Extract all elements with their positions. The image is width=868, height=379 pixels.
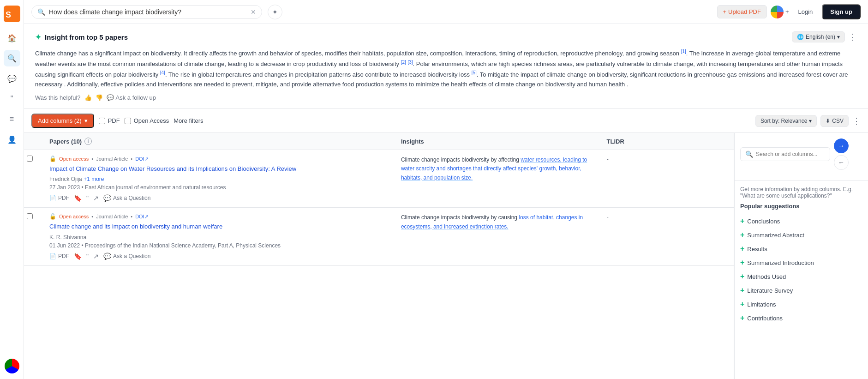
share-icon: ↗ (93, 253, 99, 260)
share-button[interactable]: ↗ (93, 253, 99, 260)
paper-1-title[interactable]: Impact of Climate Change on Water Resour… (49, 165, 390, 173)
chrome-extension-icon: + (771, 6, 789, 18)
open-access-badge: Open access (59, 214, 89, 219)
more-options-icon[interactable]: ⋮ (849, 32, 857, 42)
row-1-checkbox[interactable] (27, 156, 33, 162)
add-icon: + (740, 286, 744, 295)
app-logo[interactable]: S (4, 6, 20, 22)
pdf-checkbox[interactable] (99, 118, 105, 124)
add-columns-button[interactable]: Add columns (2) ▾ (31, 114, 94, 128)
table-more-options-icon[interactable]: ⋮ (852, 116, 861, 126)
pdf-icon: 📄 (49, 195, 56, 201)
paper-2-insights: Climate change impacts biodiversity by c… (395, 208, 601, 265)
paper-1-meta: 🔓 Open access • Journal Article • DOI↗ (49, 156, 390, 162)
upload-icon: + (723, 8, 727, 15)
add-columns-label: Add columns (2) (38, 117, 82, 124)
suggestion-results[interactable]: + Results (740, 242, 862, 256)
bookmark-icon: 🔖 (74, 253, 82, 260)
language-button[interactable]: 🌐 English (en) ▾ (792, 31, 845, 42)
sidebar-item-search[interactable]: 🔍 (4, 50, 20, 66)
share-button[interactable]: ↗ (93, 194, 99, 202)
table-row: 🔓 Open access • Journal Article • DOI↗ C… (24, 208, 734, 265)
cite-button[interactable]: " (86, 253, 89, 260)
insight-header: ✦ Insight from top 5 papers 🌐 English (e… (35, 31, 857, 42)
sidebar-item-users[interactable]: 👤 (4, 131, 20, 148)
ask-question-button[interactable]: 💬 Ask a Question (103, 253, 150, 260)
chat-icon: 💬 (103, 194, 111, 202)
sidebar-item-home[interactable]: 🏠 (4, 30, 20, 46)
pdf-filter[interactable]: PDF (99, 117, 120, 124)
pdf-button[interactable]: 📄 PDF (49, 253, 69, 259)
paper-2-authors: K. R. Shivanna (49, 234, 390, 241)
thumbs-up-button[interactable]: 👍 (84, 94, 92, 101)
upload-pdf-button[interactable]: + Upload PDF (717, 5, 767, 18)
row-2-checkbox[interactable] (27, 213, 33, 219)
sidebar-item-list[interactable]: ≡ (4, 111, 20, 127)
suggestion-contributions[interactable]: + Contributions (740, 311, 862, 325)
suggestion-methods-used[interactable]: + Methods Used (740, 270, 862, 283)
insight-controls: 🌐 English (en) ▾ ⋮ (792, 31, 857, 42)
sort-button[interactable]: Sort by: Relevance ▾ (755, 115, 817, 127)
follow-up-button[interactable]: 💬 Ask a follow up (107, 94, 156, 101)
papers-info-icon[interactable]: i (84, 138, 92, 145)
table-toolbar: Add columns (2) ▾ PDF Open Access More f… (24, 109, 868, 133)
globe-icon: 🌐 (797, 34, 804, 40)
more-filters-button[interactable]: More filters (174, 117, 203, 124)
column-search-box[interactable]: 🔍 (740, 147, 830, 161)
arrow-right-button[interactable]: → (834, 138, 849, 153)
doi-link[interactable]: DOI↗ (135, 214, 149, 220)
sparkle-icon: ✦ (35, 33, 41, 42)
tldr-column-header: TLiDR (601, 133, 734, 150)
suggestion-limitations[interactable]: + Limitations (740, 297, 862, 311)
suggestion-summarized-intro[interactable]: + Summarized Introduction (740, 256, 862, 270)
suggestion-literature-survey[interactable]: + Literature Survey (740, 283, 862, 297)
ai-button[interactable]: ✦ (268, 5, 282, 19)
open-access-filter[interactable]: Open Access (125, 117, 169, 124)
open-access-icon: 🔓 (49, 213, 56, 220)
ask-question-button[interactable]: 💬 Ask a Question (103, 194, 150, 202)
user-avatar[interactable] (5, 359, 19, 373)
thumbs-down-button[interactable]: 👎 (96, 94, 103, 101)
arrow-left-button[interactable]: ← (834, 155, 849, 170)
sidebar-item-chat[interactable]: 💬 (4, 70, 20, 87)
chat-icon: 💬 (103, 253, 111, 260)
download-icon: ⬇ (826, 118, 830, 124)
paper-2-title[interactable]: Climate change and its impact on biodive… (49, 223, 390, 231)
bookmark-icon: 🔖 (74, 194, 82, 202)
cite-button[interactable]: " (86, 194, 89, 202)
right-panel-top: 🔍 → ← (735, 133, 868, 180)
authors-more[interactable]: +1 more (84, 176, 104, 182)
pdf-button[interactable]: 📄 PDF (49, 195, 69, 201)
bookmark-button[interactable]: 🔖 (74, 253, 82, 260)
paper-type-badge: Journal Article (96, 156, 128, 162)
table-row: 🔓 Open access • Journal Article • DOI↗ I… (24, 150, 734, 208)
doi-link[interactable]: DOI↗ (135, 156, 149, 162)
bookmark-button[interactable]: 🔖 (74, 194, 82, 202)
right-panel: 🔍 → ← Get more information by adding col… (734, 133, 868, 379)
chat-icon: 💬 (107, 94, 114, 101)
sidebar-item-quote[interactable]: " (4, 90, 20, 107)
search-icon: 🔍 (37, 8, 45, 16)
clear-icon[interactable]: ✕ (251, 8, 256, 16)
insight-section: ✦ Insight from top 5 papers 🌐 English (e… (24, 24, 868, 109)
paper-2-cell: 🔓 Open access • Journal Article • DOI↗ C… (44, 208, 395, 265)
suggestion-summarized-abstract[interactable]: + Summarized Abstract (740, 228, 862, 242)
chevron-down-icon: ▾ (837, 34, 840, 40)
paper-1-authors: Fredrick Ojija +1 more (49, 176, 390, 182)
checkbox-header (24, 133, 44, 150)
search-input[interactable] (49, 8, 247, 16)
paper-type-badge: Journal Article (96, 214, 128, 219)
download-csv-button[interactable]: ⬇ CSV (820, 115, 849, 127)
suggestions-label: Popular suggestions (740, 203, 862, 210)
login-button[interactable]: Login (793, 6, 819, 18)
quote-icon: " (86, 194, 89, 202)
suggestion-conclusions[interactable]: + Conclusions (740, 214, 862, 228)
search-bar[interactable]: 🔍 ✕ (31, 5, 262, 19)
add-icon: + (740, 272, 744, 281)
sidebar: S 🏠 🔍 💬 " ≡ 👤 (0, 0, 24, 379)
open-access-checkbox[interactable] (125, 118, 131, 124)
column-search-input[interactable] (756, 151, 825, 157)
signup-button[interactable]: Sign up (822, 4, 861, 19)
insight-title: ✦ Insight from top 5 papers (35, 33, 128, 42)
paper-2-date: 01 Jun 2022 • Proceedings of the Indian … (49, 242, 390, 249)
